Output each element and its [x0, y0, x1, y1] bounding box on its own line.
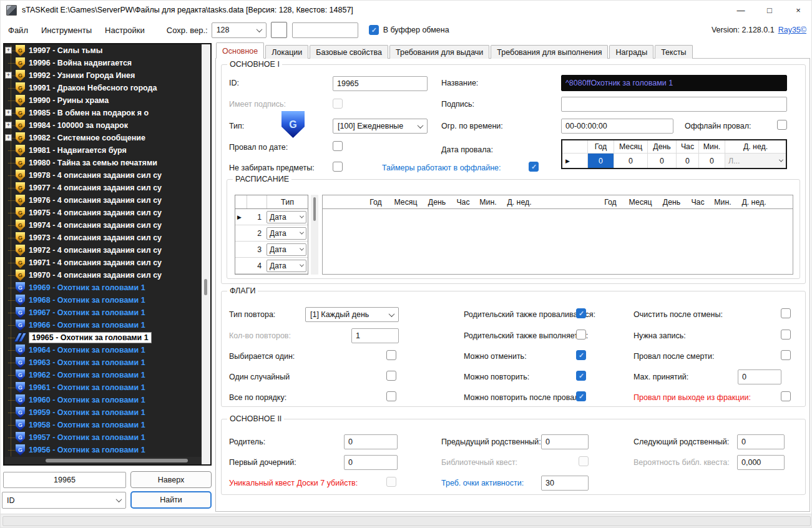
tree-item[interactable]: +G19997 - Силы тьмы: [4, 44, 202, 57]
prev-sibling-field[interactable]: [541, 434, 589, 449]
tree-item[interactable]: G19981 - Надвигается буря: [4, 144, 202, 157]
repeat-type-select[interactable]: [1] Каждый день: [305, 307, 399, 322]
tree-item[interactable]: G19959 - Охотник за головами 1: [4, 406, 202, 419]
fail-date-cell[interactable]: 0: [698, 153, 725, 168]
toolbar-input[interactable]: [292, 22, 358, 38]
tree-vertical-scrollbar[interactable]: [202, 44, 210, 464]
tree-vertical-scrollbar-thumb[interactable]: [204, 279, 207, 295]
tree-item[interactable]: G19991 - Дракон Небесного города: [4, 82, 202, 94]
need-record-checkbox[interactable]: [781, 330, 791, 340]
tree-expand-icon[interactable]: +: [5, 134, 12, 141]
has-sign-checkbox[interactable]: [333, 99, 343, 109]
tree-item[interactable]: +G19985 - В обмен на подарок я о: [4, 107, 202, 119]
menu-tools[interactable]: Инструменты: [36, 23, 97, 37]
tree-item[interactable]: G19974 - 4 описания задания сил су: [4, 219, 202, 232]
tree-expand-icon[interactable]: +: [5, 72, 12, 79]
timers-offline-checkbox[interactable]: [529, 162, 539, 172]
next-sibling-field[interactable]: [737, 434, 785, 449]
can-repeat-checkbox[interactable]: [576, 371, 586, 381]
name-field[interactable]: [561, 75, 787, 91]
schedule-type-select[interactable]: Дата: [267, 243, 306, 256]
tree-horizontal-scrollbar[interactable]: [4, 457, 202, 464]
menu-settings[interactable]: Настройки: [99, 23, 150, 37]
tree-item[interactable]: G19990 - Руины храма: [4, 94, 202, 107]
clipboard-checkbox[interactable]: [369, 25, 379, 35]
menu-file[interactable]: Файл: [2, 23, 34, 37]
tree-item[interactable]: +G19984 - 100000 за подарок: [4, 119, 202, 132]
one-random-checkbox[interactable]: [386, 371, 396, 381]
tree-item[interactable]: G19956 - Охотник за головами 1: [4, 444, 202, 456]
tree-item[interactable]: G19967 - Охотник за головами 1: [4, 306, 202, 319]
schedule-row[interactable]: 4Дата: [235, 258, 308, 274]
type-select[interactable]: [100] Ежедневные: [333, 119, 428, 134]
tree-item[interactable]: G19970 - 4 описания задания сил су: [4, 269, 202, 281]
tree-item[interactable]: G19996 - Война надвигается: [4, 57, 202, 69]
max-accept-field[interactable]: [738, 369, 781, 384]
tree-item[interactable]: G19966 - Охотник за головами 1: [4, 319, 202, 331]
fail-date-cell[interactable]: 0: [587, 153, 614, 168]
tree-item[interactable]: G19980 - Тайна за семью печатями: [4, 157, 202, 169]
tab-base-properties[interactable]: Базовые свойства: [310, 45, 388, 59]
repeat-count-field[interactable]: [351, 328, 399, 343]
tree-item[interactable]: G19973 - 4 описания задания сил су: [4, 232, 202, 244]
all-in-order-checkbox[interactable]: [386, 391, 396, 401]
tree-item[interactable]: G19964 - Охотник за головами 1: [4, 344, 202, 356]
tree-item[interactable]: G19957 - Охотник за головами 1: [4, 431, 202, 444]
tree-item[interactable]: G19971 - 4 описания задания сил су: [4, 257, 202, 269]
schedule-row[interactable]: 2Дата: [235, 225, 308, 242]
tree-item[interactable]: G19963 - Охотник за головами 1: [4, 356, 202, 369]
close-button[interactable]: ×: [784, 1, 812, 19]
minimize-button[interactable]: —: [726, 1, 755, 19]
id-field[interactable]: [333, 76, 428, 91]
tree-item[interactable]: 19965 - Охотник за головами 1: [4, 331, 202, 344]
tree-item[interactable]: G19978 - 4 описания задания сил су: [4, 169, 202, 182]
go-top-button[interactable]: Наверх: [130, 471, 212, 488]
tree-item[interactable]: +G19992 - Узники Города Инея: [4, 69, 202, 82]
parent-field[interactable]: [344, 434, 398, 449]
offline-fail-checkbox[interactable]: [777, 120, 787, 130]
can-cancel-checkbox[interactable]: [576, 350, 586, 360]
fail-by-date-checkbox[interactable]: [333, 141, 343, 151]
tree-horizontal-scrollbar-thumb[interactable]: [46, 459, 188, 462]
clear-after-cancel-checkbox[interactable]: [781, 308, 791, 318]
save-version-select[interactable]: 128: [212, 22, 267, 38]
tree-item[interactable]: G19961 - Охотник за головами 1: [4, 381, 202, 394]
schedule-scrollbar-thumb[interactable]: [313, 197, 316, 221]
tab-give-requirements[interactable]: Требования для выдачи: [389, 45, 489, 59]
tree-item[interactable]: G19962 - Охотник за головами 1: [4, 369, 202, 381]
fail-on-faction-leave-checkbox[interactable]: [781, 391, 791, 401]
schedule-row[interactable]: ▶1Дата: [235, 209, 308, 225]
tab-locations[interactable]: Локации: [265, 45, 308, 59]
schedule-row[interactable]: 3Дата: [235, 242, 308, 258]
maximize-button[interactable]: □: [755, 1, 784, 19]
library-chance-field[interactable]: [737, 455, 785, 470]
tab-main[interactable]: Основное: [216, 42, 264, 59]
schedule-type-select[interactable]: Дата: [267, 227, 306, 240]
tree-expand-icon[interactable]: +: [5, 109, 12, 116]
time-limit-field[interactable]: [561, 119, 673, 134]
tab-rewards[interactable]: Награды: [609, 45, 653, 59]
weekday-select[interactable]: Л...: [725, 153, 786, 168]
tab-texts[interactable]: Тексты: [655, 45, 692, 59]
find-button[interactable]: Найти: [130, 491, 212, 509]
tree-item[interactable]: G19969 - Охотник за головами 1: [4, 281, 202, 294]
tree-expand-icon[interactable]: +: [5, 47, 12, 54]
fail-date-cell[interactable]: 0: [647, 153, 676, 168]
fail-after-death-checkbox[interactable]: [781, 350, 791, 360]
schedule-scrollbar[interactable]: [311, 195, 318, 275]
tree-item[interactable]: G19976 - 4 описания задания сил су: [4, 194, 202, 207]
parent-fails-checkbox[interactable]: [576, 308, 586, 318]
no-take-items-checkbox[interactable]: [333, 162, 343, 172]
parent-completes-checkbox[interactable]: [576, 330, 586, 340]
tree-item[interactable]: G19975 - 4 описания задания сил су: [4, 207, 202, 219]
search-input[interactable]: [3, 472, 126, 488]
search-field-select[interactable]: ID: [2, 492, 126, 509]
tree-item[interactable]: G19958 - Охотник за головами 1: [4, 419, 202, 431]
tree-item[interactable]: G19977 - 4 описания задания сил су: [4, 182, 202, 194]
tree-item[interactable]: G19972 - 4 описания задания сил су: [4, 244, 202, 257]
toolbar-box[interactable]: [271, 22, 287, 38]
tree-expand-icon[interactable]: +: [5, 122, 12, 129]
first-child-field[interactable]: [344, 455, 398, 470]
repeat-after-fail-checkbox[interactable]: [576, 391, 586, 401]
schedule-type-select[interactable]: Дата: [267, 260, 306, 272]
